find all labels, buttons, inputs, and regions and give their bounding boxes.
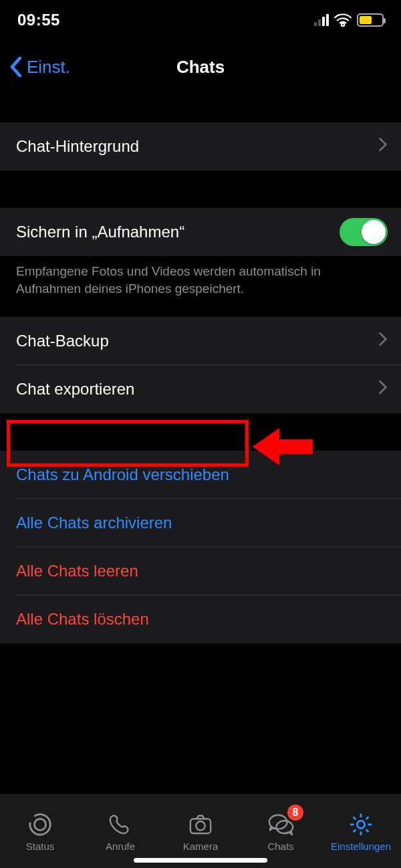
tab-label: Kamera xyxy=(183,841,219,852)
save-to-camera-roll-row[interactable]: Sichern in „Aufnahmen“ xyxy=(0,208,401,256)
tab-camera[interactable]: Kamera xyxy=(160,795,241,868)
tab-chats[interactable]: 8 Chats xyxy=(241,795,321,868)
status-bar: 09:55 xyxy=(0,0,401,40)
status-indicators xyxy=(314,13,384,27)
row-label: Chat-Hintergrund xyxy=(16,137,139,156)
row-label: Alle Chats leeren xyxy=(16,562,138,580)
move-to-android-row[interactable]: Chats zu Android verschieben xyxy=(0,451,401,499)
tab-status[interactable]: Status xyxy=(0,795,80,868)
chevron-right-icon xyxy=(378,137,388,156)
export-chat-row[interactable]: Chat exportieren xyxy=(0,365,401,413)
svg-point-6 xyxy=(357,821,364,828)
row-label: Chat exportieren xyxy=(16,380,134,399)
camera-icon xyxy=(186,812,215,837)
chevron-right-icon xyxy=(378,332,388,350)
svg-line-13 xyxy=(366,817,369,819)
tab-label: Einstellungen xyxy=(331,841,391,852)
settings-list: Chat-Hintergrund Sichern in „Aufnahmen“ … xyxy=(0,90,401,794)
home-indicator[interactable] xyxy=(134,858,267,863)
status-icon xyxy=(26,812,54,837)
row-label: Sichern in „Aufnahmen“ xyxy=(16,223,184,241)
phone-icon xyxy=(106,812,134,837)
svg-line-11 xyxy=(354,817,356,819)
svg-line-14 xyxy=(354,829,356,832)
back-button[interactable]: Einst. xyxy=(9,47,70,87)
battery-icon xyxy=(357,13,384,27)
row-label: Chats zu Android verschieben xyxy=(16,465,229,484)
back-label: Einst. xyxy=(27,57,70,78)
page-title: Chats xyxy=(176,57,225,78)
tab-label: Anrufe xyxy=(106,841,135,852)
archive-all-row[interactable]: Alle Chats archivieren xyxy=(0,499,401,547)
svg-point-3 xyxy=(196,821,205,830)
row-label: Chat-Backup xyxy=(16,332,109,350)
svg-line-12 xyxy=(366,829,369,832)
row-label: Alle Chats archivieren xyxy=(16,514,172,532)
row-label: Alle Chats löschen xyxy=(16,610,149,629)
chevron-left-icon xyxy=(9,57,23,77)
chat-wallpaper-row[interactable]: Chat-Hintergrund xyxy=(0,122,401,171)
save-media-footer: Empfangene Fotos und Videos werden autom… xyxy=(0,256,401,297)
gear-icon xyxy=(347,812,375,837)
tab-label: Chats xyxy=(267,841,293,852)
cellular-signal-icon xyxy=(314,14,329,26)
tab-bar: Status Anrufe Kamera 8 Chats Einstellung… xyxy=(0,794,401,868)
chevron-right-icon xyxy=(378,380,388,399)
clear-all-row[interactable]: Alle Chats leeren xyxy=(0,547,401,595)
navigation-bar: Einst. Chats xyxy=(0,47,401,87)
chats-badge: 8 xyxy=(287,804,303,821)
status-time: 09:55 xyxy=(17,11,60,29)
delete-all-row[interactable]: Alle Chats löschen xyxy=(0,595,401,643)
wifi-icon xyxy=(334,13,352,27)
svg-point-1 xyxy=(26,812,54,837)
tab-label: Status xyxy=(26,841,55,852)
chat-backup-row[interactable]: Chat-Backup xyxy=(0,317,401,365)
tab-calls[interactable]: Anrufe xyxy=(80,795,160,868)
svg-point-0 xyxy=(34,819,45,830)
save-media-toggle[interactable] xyxy=(340,218,388,246)
tab-settings[interactable]: Einstellungen xyxy=(321,795,401,868)
